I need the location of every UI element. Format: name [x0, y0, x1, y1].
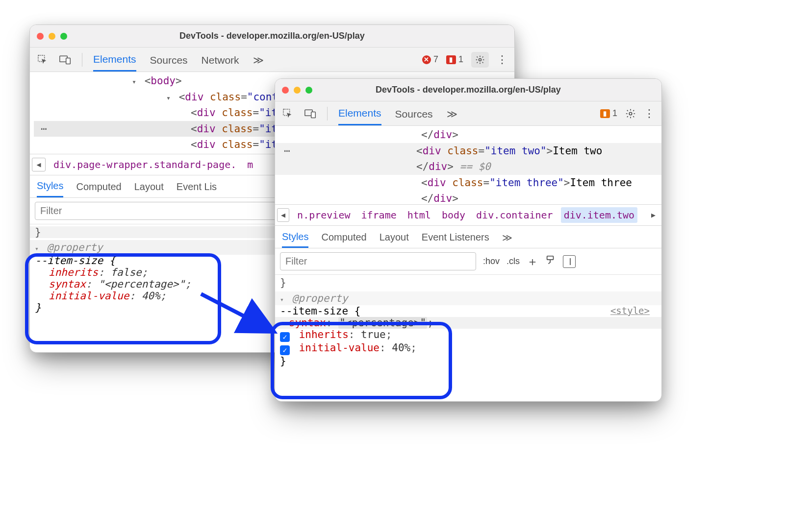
prop-name[interactable]: inherits	[49, 266, 98, 278]
devtools-toolbar: Elements Sources Network ≫ ✕ 7 ▮ 1 ⋮	[30, 48, 514, 72]
tab-elements[interactable]: Elements	[338, 101, 381, 125]
gear-icon	[475, 55, 485, 65]
gear-icon[interactable]	[625, 108, 636, 119]
breadcrumb-scroll-left[interactable]: ◀	[32, 158, 46, 171]
tab-event-listeners[interactable]: Event Listeners	[422, 226, 489, 248]
device-mode-icon[interactable]	[304, 108, 316, 120]
prop-name[interactable]: inherits	[299, 329, 349, 340]
hov-toggle[interactable]: :hov	[483, 256, 500, 266]
devtools-tabs: Elements Sources ≫	[338, 101, 457, 125]
issues-area: ▮ 1 ⋮	[600, 107, 655, 120]
titlebar: DevTools - developer.mozilla.org/en-US/p…	[275, 79, 661, 101]
warn-icon: ▮	[600, 109, 610, 118]
twisty-icon[interactable]	[280, 292, 286, 304]
prop-value[interactable]: 40%	[392, 342, 410, 354]
at-property-header: @property	[292, 292, 348, 304]
breadcrumb-item-selected[interactable]: div.item.two	[561, 207, 638, 223]
source-link[interactable]: <style>	[610, 305, 650, 316]
prop-enable-checkbox[interactable]: ✓	[280, 345, 290, 355]
breadcrumb-item[interactable]: html	[405, 207, 434, 223]
breadcrumb-item[interactable]: iframe	[358, 207, 399, 223]
inspect-element-icon[interactable]	[282, 108, 294, 120]
tab-event-listeners[interactable]: Event Lis	[177, 175, 217, 197]
tab-layout[interactable]: Layout	[380, 226, 409, 248]
filter-input[interactable]	[280, 252, 476, 270]
cls-toggle[interactable]: .cls	[506, 256, 520, 266]
warn-icon: ▮	[446, 55, 456, 64]
inspector-tabs: Styles Computed Layout Event Listeners ≫	[275, 226, 661, 248]
svg-rect-2	[66, 58, 71, 64]
tab-computed[interactable]: Computed	[321, 226, 366, 248]
tabs-more-icon[interactable]: ≫	[502, 226, 512, 248]
brush-icon[interactable]	[545, 255, 556, 268]
panel-layout-icon[interactable]	[563, 255, 576, 268]
minimize-icon[interactable]	[294, 87, 301, 94]
inspect-element-icon[interactable]	[37, 54, 49, 66]
prop-value[interactable]: 40%	[142, 290, 160, 302]
prop-name[interactable]: initial-value	[299, 342, 380, 354]
tab-computed[interactable]: Computed	[76, 175, 121, 197]
kebab-menu-icon[interactable]: ⋮	[497, 53, 507, 66]
breadcrumb-item[interactable]: div.page-wrapper.standard-page.	[51, 157, 239, 172]
breadcrumb-item[interactable]: n.preview	[294, 207, 353, 223]
breadcrumb[interactable]: ◀ n.preview iframe html body div.contain…	[275, 204, 661, 226]
error-icon: ✕	[422, 55, 431, 64]
prop-name[interactable]: syntax	[49, 278, 86, 290]
minimize-icon[interactable]	[49, 33, 55, 40]
expand-dots-icon[interactable]: ⋯	[41, 121, 48, 137]
selected-node-marker: == $0	[460, 161, 491, 172]
expand-dots-icon[interactable]: ⋯	[284, 143, 291, 159]
tab-network[interactable]: Network	[202, 48, 239, 72]
dom-tree[interactable]: </div> ⋯ <div class="item two">Item two …	[275, 126, 661, 204]
at-property-header: @property	[47, 242, 102, 253]
error-badge[interactable]: ✕ 7	[422, 54, 438, 65]
traffic-lights	[282, 87, 312, 94]
breadcrumb-item[interactable]: div.container	[473, 207, 556, 223]
tab-sources[interactable]: Sources	[150, 48, 188, 72]
prop-name[interactable]: syntax	[289, 317, 326, 329]
svg-point-7	[629, 112, 632, 115]
twisty-icon[interactable]	[166, 91, 173, 103]
titlebar: DevTools - developer.mozilla.org/en-US/p…	[30, 25, 514, 48]
twisty-icon[interactable]	[132, 75, 138, 87]
rule-close: }	[280, 355, 657, 367]
new-rule-button[interactable]: ＋	[527, 254, 538, 269]
traffic-lights	[37, 33, 67, 40]
warn-badge[interactable]: ▮ 1	[600, 108, 617, 119]
kebab-menu-icon[interactable]: ⋮	[644, 107, 655, 120]
prop-value[interactable]: "<percentage>"	[338, 317, 427, 329]
breadcrumb-scroll-left[interactable]: ◀	[277, 208, 289, 222]
breadcrumb-item[interactable]: body	[439, 207, 468, 223]
breadcrumb-scroll-right[interactable]: ▶	[647, 208, 659, 222]
tab-elements[interactable]: Elements	[93, 48, 136, 72]
maximize-icon[interactable]	[60, 33, 67, 40]
twisty-icon[interactable]	[35, 242, 41, 253]
prop-enable-checkbox[interactable]: ✓	[280, 332, 290, 342]
tab-styles[interactable]: Styles	[282, 226, 308, 248]
svg-rect-8	[547, 256, 554, 260]
svg-rect-6	[311, 112, 316, 118]
warn-count: 1	[458, 54, 463, 65]
styles-pane[interactable]: } @property <style> --item-size { syntax…	[275, 275, 661, 372]
prop-name[interactable]: initial-value	[49, 290, 129, 302]
window-title: DevTools - developer.mozilla.org/en-US/p…	[275, 85, 661, 95]
tabs-more-icon[interactable]: ≫	[253, 48, 264, 72]
device-mode-icon[interactable]	[59, 54, 71, 66]
tab-sources[interactable]: Sources	[395, 101, 433, 125]
tab-layout[interactable]: Layout	[134, 175, 164, 197]
issues-area: ✕ 7 ▮ 1 ⋮	[422, 52, 507, 68]
maximize-icon[interactable]	[305, 87, 312, 94]
tabs-more-icon[interactable]: ≫	[447, 101, 457, 125]
rule-selector[interactable]: --item-size {	[280, 305, 657, 317]
prop-value[interactable]: true	[361, 329, 386, 340]
settings-button[interactable]	[471, 52, 489, 68]
tab-styles[interactable]: Styles	[37, 175, 63, 197]
close-icon[interactable]	[37, 33, 44, 40]
devtools-toolbar: Elements Sources ≫ ▮ 1 ⋮	[275, 101, 661, 126]
filter-row: :hov .cls ＋	[275, 248, 661, 275]
prop-value[interactable]: "<percentage>"	[98, 278, 185, 290]
close-icon[interactable]	[282, 87, 289, 94]
prop-value[interactable]: false	[110, 266, 141, 278]
breadcrumb-item[interactable]: m	[244, 157, 256, 172]
warn-badge[interactable]: ▮ 1	[446, 54, 463, 65]
